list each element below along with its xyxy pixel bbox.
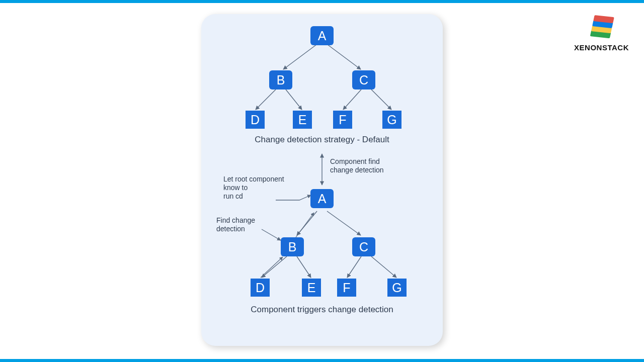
annot-find-cd: Find change detection — [216, 216, 255, 233]
svg-line-19 — [296, 213, 314, 237]
svg-line-11 — [297, 211, 317, 235]
svg-line-13 — [262, 256, 287, 278]
tree2-node-a: A — [310, 189, 334, 208]
tree1-node-a: A — [310, 26, 334, 45]
tree1-node-e: E — [293, 111, 312, 129]
stack-icon — [585, 12, 618, 38]
svg-line-6 — [256, 89, 276, 110]
svg-line-8 — [343, 89, 361, 110]
top-accent-bar — [0, 0, 644, 3]
tree2-caption: Component triggers change detection — [201, 305, 443, 315]
tree1-node-d: D — [246, 111, 265, 129]
transition-label: Component find change detection — [330, 157, 384, 174]
bottom-accent-bar — [0, 359, 644, 362]
svg-line-15 — [347, 256, 361, 278]
tree2-node-e: E — [302, 279, 321, 297]
svg-line-12 — [327, 211, 361, 235]
svg-line-7 — [286, 89, 302, 110]
tree2-node-g: G — [387, 279, 407, 297]
tree2-node-b: B — [281, 237, 304, 256]
svg-line-17 — [262, 229, 281, 240]
svg-line-4 — [283, 44, 317, 69]
tree1-node-c: C — [352, 70, 375, 89]
brand-logo: XENONSTACK — [574, 12, 629, 52]
svg-line-9 — [371, 89, 391, 110]
tree1-caption: Change detection strategy - Default — [201, 135, 443, 145]
svg-line-16 — [371, 256, 396, 278]
brand-name: XENONSTACK — [574, 43, 629, 52]
tree2-node-c: C — [352, 237, 375, 256]
tree1-node-b: B — [269, 70, 292, 89]
diagram-panel: A B C D E F G Change detection strategy … — [201, 14, 443, 346]
tree1-node-f: F — [333, 111, 352, 129]
annot-root-cd: Let root component know to run cd — [223, 175, 284, 200]
tree2-node-d: D — [251, 279, 270, 297]
tree1-node-g: G — [382, 111, 401, 129]
tree2-node-f: F — [337, 279, 356, 297]
svg-line-5 — [327, 44, 361, 69]
svg-line-14 — [297, 256, 311, 278]
svg-line-18 — [261, 257, 283, 278]
